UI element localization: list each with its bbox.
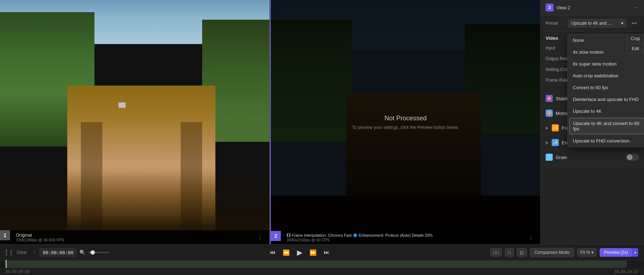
- dropdown-item-8x-slow[interactable]: 8x super slow motion: [568, 58, 644, 70]
- stabilization-icon: 🎯: [546, 95, 553, 102]
- bracket-left: [: [6, 249, 7, 256]
- timeline-playhead: [6, 260, 6, 269]
- enhancement-icon: ✨: [552, 139, 559, 146]
- bracket-right: ]: [10, 249, 11, 256]
- sidebar-collapse-button[interactable]: ←: [634, 5, 639, 10]
- timeline-track[interactable]: [6, 261, 627, 268]
- grain-icon: ⬡: [546, 154, 553, 161]
- video-panel-right: Not Processed To preview your settings, …: [271, 0, 540, 244]
- dropdown-item-upscale-4k[interactable]: Upscale to 4K: [568, 105, 644, 117]
- preset-chevron: ▾: [621, 21, 623, 26]
- panel-1-info-bar: 1 Original 720x1280px @ 30.034 FPS ⋮: [0, 230, 269, 244]
- timecode-display[interactable]: 00:00:00:00: [39, 249, 77, 257]
- skip-to-end-button[interactable]: ⏭: [321, 248, 332, 257]
- video-section-title: Video: [546, 35, 558, 41]
- dropdown-crop-button[interactable]: Crop: [627, 34, 644, 43]
- dropdown-item-auto-crop[interactable]: Auto crop stabilization: [568, 70, 644, 82]
- panel-1-menu-button[interactable]: ⋮: [255, 233, 265, 241]
- preview-button-group: Preview (2s) ▾: [600, 248, 638, 257]
- right-sidebar: 2 View 2 ← Preset Upscale to 4K and ... …: [540, 0, 644, 244]
- grain-name: Grain: [556, 155, 567, 160]
- fit-label: Fit %: [580, 250, 590, 255]
- zoom-slider[interactable]: [88, 252, 109, 253]
- ruler-time-start: 00:00:00:00: [6, 270, 29, 274]
- play-button[interactable]: ▶: [294, 247, 305, 258]
- frame-rate-label: Frame Rate: [546, 78, 568, 83]
- grain-toggle[interactable]: [626, 154, 639, 161]
- sidebar-view-label: 2 View 2: [546, 4, 570, 11]
- right-controls: □□ □ ◱ Comparison Mode Fit % ▾ Preview (…: [490, 248, 638, 257]
- view-title: View 2: [556, 5, 570, 10]
- preset-more-button[interactable]: •••: [629, 20, 639, 27]
- panel-1-title: Original: [16, 232, 64, 238]
- frame-interpolation-chevron: ▶: [546, 125, 549, 130]
- preset-value: Upscale to 4K and ...: [571, 21, 611, 26]
- enhancement-chevron: ▶: [546, 140, 549, 145]
- preview-dropdown-button[interactable]: ▾: [632, 248, 638, 257]
- crop-setting-label: Setting Crop: [546, 67, 570, 72]
- ruler-time-end: 00:00:34:27: [615, 270, 638, 274]
- zoom-area: 🔍: [79, 250, 109, 255]
- panel-2-info-bar: 2 🎞 Frame Interpolation: Chronos Fast 🔷 …: [271, 231, 540, 244]
- view-mode-split-button[interactable]: ◱: [517, 248, 527, 257]
- not-processed-title: Not Processed: [352, 115, 459, 122]
- frame-interpolation-icon: 🎞: [552, 124, 559, 131]
- clear-button[interactable]: Clear: [15, 249, 29, 256]
- panel-2-menu-button[interactable]: ⋮: [526, 233, 536, 242]
- grain-section[interactable]: ⬡ Grain: [541, 150, 644, 165]
- fit-dropdown[interactable]: Fit % ▾: [577, 248, 597, 257]
- zoom-icon: 🔍: [79, 250, 86, 255]
- view-mode-single-button[interactable]: □: [505, 248, 514, 257]
- motion-deblur-icon: 🎨: [546, 110, 553, 117]
- step-forward-button[interactable]: ⏩: [307, 248, 319, 257]
- sidebar-header: 2 View 2 ←: [541, 0, 644, 15]
- video-panel-left: 1 Original 720x1280px @ 30.034 FPS ⋮: [0, 0, 270, 244]
- panel-2-number: 2: [271, 231, 281, 241]
- input-label: Input: [546, 45, 555, 50]
- transport-bar: [ ] Clear • 00:00:00:00 🔍 ⏮ ⏪ ▶ ⏩ ⏭ □□ □…: [0, 245, 644, 261]
- fit-chevron: ▾: [591, 250, 594, 255]
- not-processed-overlay: Not Processed To preview your settings, …: [352, 115, 459, 130]
- panel-2-info-line1: 🎞 Frame Interpolation: Chronos Fast 🔷 En…: [287, 233, 433, 238]
- panel-2-info-line2: 3840x2160px @ 60 FPS: [287, 238, 433, 242]
- dropdown-edit-button[interactable]: Edit: [627, 44, 644, 53]
- dropdown-item-60fps[interactable]: Convert to 60 fps: [568, 82, 644, 93]
- timeline-container[interactable]: [0, 261, 644, 268]
- grain-left: ⬡ Grain: [546, 154, 567, 161]
- not-processed-desc: To preview your settings, click the Prev…: [352, 125, 459, 130]
- preset-select[interactable]: Upscale to 4K and ... ▾: [568, 19, 626, 28]
- preset-row: Preset Upscale to 4K and ... ▾ •••: [541, 15, 644, 32]
- preview-button[interactable]: Preview (2s): [600, 248, 632, 257]
- crop-edit-overlay: Crop Edit: [627, 34, 644, 53]
- bottom-controls: [ ] Clear • 00:00:00:00 🔍 ⏮ ⏪ ▶ ⏩ ⏭ □□ □…: [0, 244, 644, 275]
- transport-buttons: ⏮ ⏪ ▶ ⏩ ⏭: [112, 247, 487, 258]
- skip-to-start-button[interactable]: ⏮: [267, 248, 278, 257]
- timeline-ruler: 00:00:00:00 00:00:34:27: [0, 268, 644, 275]
- dropdown-item-upscale-fhd[interactable]: Upscale to FHD conversion.: [568, 135, 644, 147]
- dropdown-item-deinterlace[interactable]: Deinterlace and upscale to FHD: [568, 93, 644, 105]
- dropdown-item-upscale-4k-60fps[interactable]: Upscale to 4K and convert to 60 fps: [569, 118, 644, 134]
- panel-1-subtitle: 720x1280px @ 30.034 FPS: [16, 238, 64, 242]
- comparison-mode-button[interactable]: Comparison Mode: [530, 248, 574, 257]
- view-mode-grid-button[interactable]: □□: [490, 248, 502, 257]
- panel-1-number: 1: [0, 230, 10, 240]
- preset-label: Preset: [546, 21, 565, 26]
- view-number: 2: [546, 4, 553, 11]
- step-back-button[interactable]: ⏪: [280, 248, 293, 257]
